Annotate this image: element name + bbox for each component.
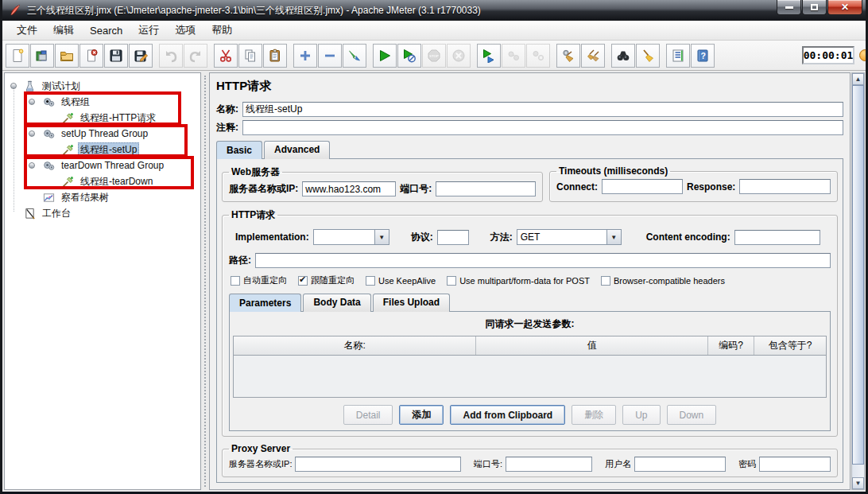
redo-icon [188,49,203,63]
response-timeout-input[interactable] [739,179,831,194]
scroll-down-button[interactable]: ▼ [852,477,864,489]
toggle-button[interactable] [343,44,366,68]
column-header-name[interactable]: 名称: [234,336,476,355]
tab-files-upload[interactable]: Files Upload [373,294,450,312]
remote-stop-all-icon [531,49,545,63]
save-as-button[interactable] [129,44,153,68]
implementation-select[interactable]: ▼ [313,229,389,245]
menu-search[interactable]: Search [82,22,130,39]
checkbox-multipart-post[interactable]: Use multipart/form-data for POST [447,276,590,286]
split-divider[interactable] [201,72,209,490]
proxy-user-input[interactable] [634,457,726,472]
tree-item-thread-group[interactable]: 线程组 [5,94,200,110]
comment-input[interactable] [242,120,843,135]
proxy-port-input[interactable] [506,457,592,472]
expand-handle[interactable] [29,130,35,137]
redo-button[interactable] [184,44,207,68]
scrollbar-track[interactable] [852,85,864,477]
tree-item-http-request-1[interactable]: 线程组-HTTP请求 [5,110,200,126]
save-button[interactable] [104,44,128,68]
proxy-pass-input[interactable] [759,457,831,472]
log-warning-indicator[interactable] [859,49,866,61]
checkbox-follow-redirects[interactable]: 跟随重定向 [298,274,355,286]
templates-icon [35,49,49,63]
parameters-table-body[interactable] [233,355,827,398]
titlebar[interactable]: 三个线程组区别.jmx (E:\Jmeter\apache-jmeter-3.1… [2,0,866,21]
add-button[interactable]: 添加 [399,405,444,425]
content-encoding-input[interactable] [734,230,820,245]
tab-advanced[interactable]: Advanced [264,141,330,159]
path-input[interactable] [255,253,831,268]
vertical-scrollbar[interactable]: ▲ ▼ [851,72,865,490]
port-input[interactable] [436,181,536,196]
function-helper-button[interactable] [666,44,690,68]
proxy-server-group: Proxy Server 服务器名称或IP: 端口号: 用户名 密码 [222,443,838,477]
connect-timeout-input[interactable] [602,179,683,194]
new-file-icon [10,49,25,63]
shutdown-button[interactable] [447,44,471,68]
detail-button[interactable]: Detail [343,405,393,425]
tree-item-thread-group-teardown[interactable]: 线程组-tearDown [5,173,200,189]
clear-all-button[interactable] [581,44,605,68]
undo-button[interactable] [159,44,183,68]
tab-parameters[interactable]: Parameters [229,294,301,312]
tab-body-data[interactable]: Body Data [303,294,370,312]
clear-button[interactable] [556,44,580,68]
open-button[interactable] [55,44,79,68]
tab-basic[interactable]: Basic [216,141,262,159]
help-button[interactable]: ? [691,44,715,68]
expand-handle[interactable] [10,83,17,89]
clear-gear-broom-icon [561,49,575,63]
start-button[interactable] [373,44,397,68]
tree-item-test-plan[interactable]: 测试计划 [5,78,200,94]
close-file-button[interactable] [79,44,103,68]
tree-item-teardown-thread-group[interactable]: tearDown Thread Group [5,158,200,173]
cut-button[interactable] [214,44,238,68]
menu-file[interactable]: 文件 [9,21,45,40]
column-header-include-equals[interactable]: 包含等于? [754,336,826,355]
protocol-label: 协议: [411,231,433,244]
column-header-value[interactable]: 值 [476,336,708,355]
delete-button[interactable]: 删除 [572,405,616,425]
expand-all-button[interactable] [293,44,317,68]
stop-button[interactable]: STOP [422,44,446,68]
checkbox-auto-redirect[interactable]: 自动重定向 [231,274,287,286]
paste-button[interactable] [263,44,287,68]
templates-button[interactable] [30,44,54,68]
checkbox-browser-headers[interactable]: Browser-compatible headers [601,276,725,286]
protocol-input[interactable] [437,230,469,245]
tree-item-setup-thread-group[interactable]: setUp Thread Group [5,126,200,142]
tree-item-thread-group-setup[interactable]: 线程组-setUp [5,142,200,158]
search-button[interactable] [611,44,635,68]
menu-help[interactable]: 帮助 [203,21,240,40]
scroll-up-button[interactable]: ▲ [852,73,864,85]
column-header-encode[interactable]: 编码? [708,336,754,355]
server-name-input[interactable] [302,181,396,196]
menu-edit[interactable]: 编辑 [45,21,82,40]
new-button[interactable] [6,44,29,68]
maximize-button[interactable] [802,0,827,15]
remote-stop-all-button[interactable] [526,44,550,68]
tree-item-view-results-tree[interactable]: 察看结果树 [5,189,200,205]
start-no-timers-button[interactable] [397,44,421,68]
down-button[interactable]: Down [667,405,717,425]
search-reset-button[interactable] [636,44,660,68]
copy-button[interactable] [238,44,262,68]
remote-start-button[interactable] [477,44,501,68]
collapse-all-button[interactable] [318,44,342,68]
proxy-server-input[interactable] [295,457,460,472]
expand-handle[interactable] [29,99,35,105]
method-select[interactable]: GET ▼ [517,229,622,245]
minimize-button[interactable] [777,0,801,15]
name-input[interactable] [242,102,843,117]
scrollbar-thumb[interactable] [852,85,864,465]
close-button[interactable]: ✕ [827,0,862,15]
menu-options[interactable]: 选项 [167,21,203,40]
up-button[interactable]: Up [622,405,660,425]
menu-run[interactable]: 运行 [130,21,167,40]
checkbox-keepalive[interactable]: Use KeepAlive [366,276,436,286]
expand-handle[interactable] [29,162,35,169]
remote-start-all-button[interactable] [502,44,525,68]
tree-item-workbench[interactable]: 工作台 [5,205,200,221]
add-from-clipboard-button[interactable]: Add from Clipboard [450,405,565,425]
